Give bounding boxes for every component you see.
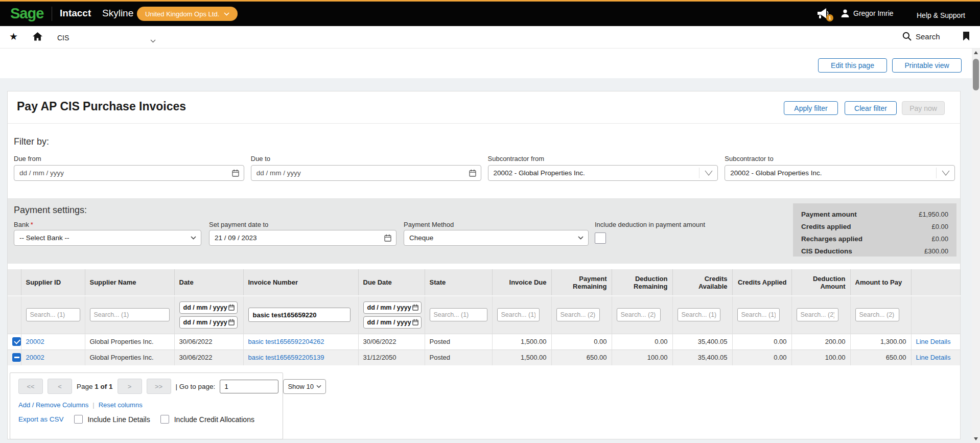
payment-method-value: Cheque <box>409 234 433 242</box>
line-details-link[interactable]: Line Details <box>916 354 951 361</box>
credits-available-cell: 35,400.05 <box>672 334 732 349</box>
column-header-supplier-id[interactable]: Supplier ID <box>21 269 85 296</box>
due-from-date-input[interactable]: dd / mm / yyyy <box>14 165 244 181</box>
summary-value: £300.00 <box>924 247 948 255</box>
column-header-deduction-amount[interactable]: Deduction Amount <box>791 269 850 296</box>
table-row: 20002 Global Properties Inc. 30/06/2022 … <box>8 349 960 365</box>
home-icon <box>33 32 42 41</box>
scroll-up-button[interactable] <box>972 49 980 57</box>
payment-method-label: Payment Method <box>404 221 454 228</box>
subcontractor-from-label: Subcontractor from <box>488 155 718 162</box>
scrollbar-thumb[interactable] <box>973 59 979 90</box>
supplier-id-link[interactable]: 20002 <box>26 354 44 361</box>
summary-label: CIS Deductions <box>801 247 852 255</box>
column-header-credits-available[interactable]: Credits Available <box>672 269 732 296</box>
table-footer-panel: << < Page 1 of 1 > >> | Go to page: Show… <box>10 372 283 439</box>
arrow-up-icon <box>974 51 978 54</box>
payment-date-input[interactable]: 21 / 09 / 2023 <box>209 230 396 246</box>
summary-label: Recharges applied <box>801 235 862 243</box>
invoice-number-link[interactable]: basic test1656592204262 <box>248 338 324 345</box>
filter-input-state[interactable] <box>430 308 487 321</box>
filter-input-credits-applied[interactable] <box>737 308 780 321</box>
subcontractor-from-select[interactable]: 20002 - Global Properties Inc. <box>488 165 718 181</box>
line-details-link[interactable]: Line Details <box>916 338 951 345</box>
include-credit-allocations-checkbox[interactable] <box>160 415 169 424</box>
date-placeholder: dd / mm / yyyy <box>19 169 64 177</box>
bookmark-button[interactable] <box>963 32 970 43</box>
pagination: << < Page 1 of 1 > >> | Go to page: Show… <box>18 379 326 394</box>
scroll-down-button[interactable] <box>972 435 980 443</box>
filter-input-credits-available[interactable] <box>678 308 720 321</box>
company-selector[interactable]: United Kingdom Ops Ltd. <box>137 7 238 21</box>
calendar-icon <box>384 234 391 242</box>
due-date-cell: 30/06/2022 <box>358 334 425 349</box>
column-header-due-date[interactable]: Due Date <box>358 269 425 296</box>
row-checkbox[interactable] <box>12 353 21 362</box>
pagination-last-button[interactable]: >> <box>147 379 171 394</box>
subcontractor-to-select[interactable]: 20002 - Global Properties Inc. <box>725 165 955 181</box>
chevron-down-icon <box>578 236 584 240</box>
due-date-cell: 31/12/2050 <box>358 349 425 365</box>
filter-input-amount-to-pay[interactable] <box>855 308 899 321</box>
company-name: United Kingdom Ops Ltd. <box>145 10 219 18</box>
column-header-supplier-name[interactable]: Supplier Name <box>85 269 174 296</box>
export-csv-link[interactable]: Export as CSV <box>18 415 64 423</box>
filter-due-to-input[interactable]: dd / mm / yyyy <box>363 316 422 329</box>
help-support-link[interactable]: Help & Support <box>917 11 965 19</box>
pagination-next-button[interactable]: > <box>118 379 142 394</box>
column-header-invoice-number[interactable]: Invoice Number <box>243 269 358 296</box>
notifications-button[interactable]: 1 <box>816 8 832 21</box>
credits-available-cell: 35,400.05 <box>672 349 732 365</box>
column-header-invoice-due[interactable]: Invoice Due <box>492 269 551 296</box>
column-header-deduction-remaining[interactable]: Deduction Remaining <box>612 269 672 296</box>
favorites-star-icon[interactable]: ★ <box>9 31 18 42</box>
printable-view-button[interactable]: Printable view <box>892 58 962 73</box>
row-checkbox[interactable] <box>12 337 21 346</box>
pay-now-button[interactable]: Pay now <box>902 101 945 115</box>
pagination-first-button[interactable]: << <box>18 379 43 394</box>
chevron-down-icon <box>224 12 229 16</box>
date-placeholder: dd / mm / yyyy <box>183 304 227 311</box>
page-count: 1 of 1 <box>95 383 112 390</box>
column-header-credits-applied[interactable]: Credits Applied <box>732 269 791 296</box>
filter-date-from-input[interactable]: dd / mm / yyyy <box>179 301 238 314</box>
column-header-date[interactable]: Date <box>174 269 243 296</box>
invoice-number-link[interactable]: basic test1656592205139 <box>248 354 324 361</box>
filter-input-invoice-number[interactable] <box>248 308 351 322</box>
reset-columns-link[interactable]: Reset columns <box>99 401 143 409</box>
column-header-state[interactable]: State <box>425 269 492 296</box>
payment-date-label: Set payment date to <box>209 221 268 228</box>
search-button[interactable]: Search <box>902 32 940 41</box>
filter-input-supplier-id[interactable] <box>26 308 80 321</box>
home-button[interactable] <box>33 32 42 43</box>
column-header-payment-remaining[interactable]: Payment Remaining <box>551 269 612 296</box>
column-header-amount-to-pay[interactable]: Amount to Pay <box>850 269 911 296</box>
supplier-id-link[interactable]: 20002 <box>26 338 44 345</box>
bank-select[interactable]: -- Select Bank -- <box>14 230 201 246</box>
goto-page-input[interactable] <box>220 380 278 393</box>
filter-input-deduction-remaining[interactable] <box>617 308 661 321</box>
summary-row: Payment amount £1,950.00 <box>801 208 948 220</box>
edit-page-button[interactable]: Edit this page <box>818 58 887 73</box>
show-count-select[interactable]: Show 10 <box>283 379 326 394</box>
filter-due-from-input[interactable]: dd / mm / yyyy <box>363 301 422 314</box>
module-selector[interactable]: CIS <box>57 32 159 43</box>
user-menu[interactable]: Gregor Imrie <box>841 9 894 18</box>
filter-input-invoice-due[interactable] <box>497 308 540 321</box>
payment-method-select[interactable]: Cheque <box>404 230 589 246</box>
apply-filter-button[interactable]: Apply filter <box>784 101 838 115</box>
filter-by-heading: Filter by: <box>14 136 49 147</box>
include-line-details-checkbox[interactable] <box>74 415 83 424</box>
add-remove-columns-link[interactable]: Add / Remove Columns <box>18 401 88 409</box>
due-to-date-input[interactable]: dd / mm / yyyy <box>251 165 481 181</box>
bookmark-icon <box>963 32 970 41</box>
vertical-scrollbar[interactable] <box>972 49 980 443</box>
filter-input-payment-remaining[interactable] <box>556 308 600 321</box>
filter-date-to-input[interactable]: dd / mm / yyyy <box>179 316 238 329</box>
filter-input-deduction-amount[interactable] <box>797 308 838 321</box>
include-deduction-checkbox[interactable] <box>595 232 606 244</box>
filter-input-supplier-name[interactable] <box>90 308 170 321</box>
include-line-details-label: Include Line Details <box>88 415 150 424</box>
pagination-prev-button[interactable]: < <box>48 379 72 394</box>
clear-filter-button[interactable]: Clear filter <box>845 101 897 115</box>
